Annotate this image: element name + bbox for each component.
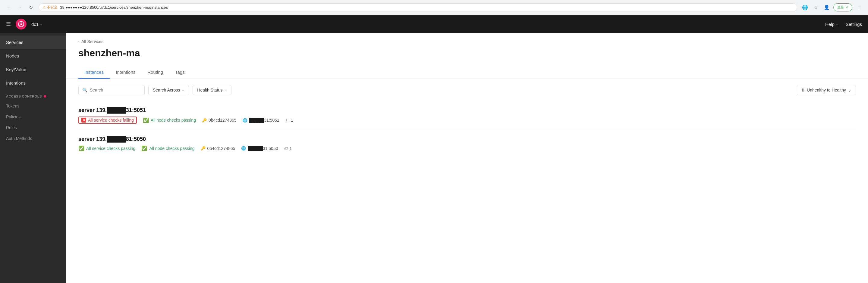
sidebar-item-nodes[interactable]: Nodes [0, 49, 66, 63]
content: ‹ All Services shenzhen-ma Instances Int… [66, 33, 868, 283]
top-nav: ☰ dc1 ⌄ Help ⌄ Settings [0, 15, 868, 33]
menu-button[interactable]: ⋮ [855, 3, 863, 12]
globe-icon-2: 🌐 [241, 146, 246, 150]
sidebar-item-policies[interactable]: Policies [0, 111, 66, 122]
tab-intentions[interactable]: Intentions [110, 66, 141, 79]
pass-icon-1: ✅ [143, 117, 149, 123]
sidebar-item-keyvalue[interactable]: Key/Value [0, 63, 66, 76]
sidebar-item-roles[interactable]: Roles [0, 122, 66, 133]
search-across-chevron: ⌄ [182, 88, 184, 92]
instance-checks-1: ✕ All service checks failing ✅ All node … [79, 116, 856, 124]
hash-value-2: 0b4cd1274865 [207, 146, 236, 151]
page-title: shenzhen-ma [66, 47, 868, 66]
instance-name-1[interactable]: server 139.█████31:5051 [79, 107, 856, 113]
service-check-badge-1: ✕ All service checks failing [79, 116, 137, 124]
hash-item-2: 🔑 0b4cd1274865 [201, 146, 236, 151]
help-link[interactable]: Help ⌄ [825, 22, 838, 27]
translate-button[interactable]: 🌐 [801, 3, 809, 12]
hash-icon-2: 🔑 [201, 146, 206, 150]
node-check-badge-2: ✅ All node checks passing [141, 145, 194, 151]
instance-card-1: server 139.█████31:5051 ✕ All service ch… [79, 101, 856, 130]
tag-count-1: 1 [291, 118, 293, 122]
svg-point-2 [21, 22, 22, 23]
sidebar-label-nodes: Nodes [6, 53, 19, 59]
refresh-button[interactable]: ↻ [27, 3, 35, 12]
sidebar-label-keyvalue: Key/Value [6, 67, 26, 72]
addr-suffix-1: 31:5051 [264, 118, 279, 122]
hash-item-1: 🔑 0b4cd1274865 [202, 118, 237, 122]
node-check-label-2: All node checks passing [149, 146, 194, 151]
tab-instances[interactable]: Instances [79, 66, 110, 79]
sidebar-label-intentions: Intentions [6, 80, 26, 85]
address-item-2: 🌐 █████31:5050 [241, 146, 278, 151]
service-check-label-2: All service checks passing [86, 146, 135, 151]
sidebar-item-authmethods[interactable]: Auth Methods [0, 133, 66, 144]
tab-routing[interactable]: Routing [141, 66, 169, 79]
datacenter-chevron: ⌄ [40, 22, 43, 26]
browser-actions: 🌐 ☆ 👤 更新 ∨ ⋮ [801, 3, 863, 12]
health-status-label: Health Status [197, 87, 222, 93]
tab-instances-label: Instances [84, 70, 104, 75]
sidebar-label-services: Services [6, 40, 24, 45]
hamburger-icon[interactable]: ☰ [6, 21, 11, 27]
bookmark-button[interactable]: ☆ [812, 3, 820, 12]
sidebar-label-policies: Policies [6, 114, 21, 119]
settings-label: Settings [846, 22, 862, 27]
instance-name-2[interactable]: server 139.█████81:5050 [79, 136, 856, 142]
instance-name-suffix-2: 81:5050 [126, 136, 146, 142]
tab-intentions-label: Intentions [116, 70, 135, 75]
url-text: 39.●●●●●●●126:8500/ui/dc1/services/shenz… [60, 5, 168, 10]
globe-icon-1: 🌐 [243, 118, 247, 122]
tag-item-2: 🏷 1 [284, 146, 292, 151]
back-button[interactable]: ← [5, 3, 13, 12]
update-button[interactable]: 更新 ∨ [833, 3, 852, 11]
tab-tags[interactable]: Tags [169, 66, 191, 79]
instances-list: server 139.█████31:5051 ✕ All service ch… [66, 101, 868, 169]
sidebar-item-tokens[interactable]: Tokens [0, 101, 66, 111]
search-across-button[interactable]: Search Across ⌄ [148, 85, 189, 95]
node-check-badge-1: ✅ All node checks passing [143, 117, 196, 123]
address-1: █████31:5051 [249, 118, 279, 122]
addr-redacted-2: █████ [248, 146, 263, 151]
pass-icon-2a: ✅ [79, 145, 84, 151]
instance-name-redacted-2: █████ [107, 136, 126, 142]
datacenter-selector[interactable]: dc1 ⌄ [31, 22, 43, 27]
instance-name-prefix-1: server 139. [79, 107, 107, 113]
forward-button[interactable]: → [16, 3, 24, 12]
app: ☰ dc1 ⌄ Help ⌄ Settings [0, 15, 868, 283]
settings-link[interactable]: Settings [846, 22, 862, 27]
breadcrumb[interactable]: ‹ All Services [66, 33, 868, 47]
service-check-label-1: All service checks failing [88, 118, 134, 122]
hash-value-1: 0b4cd1274865 [209, 118, 237, 122]
tag-count-2: 1 [289, 146, 292, 151]
tabs: Instances Intentions Routing Tags [66, 66, 868, 79]
pass-icon-2b: ✅ [141, 145, 147, 151]
search-icon: 🔍 [82, 87, 87, 93]
address-2: █████31:5050 [248, 146, 278, 151]
sidebar-label-tokens: Tokens [6, 104, 19, 108]
instance-card-2: server 139.█████81:5050 ✅ All service ch… [79, 130, 856, 157]
sidebar-label-roles: Roles [6, 125, 17, 130]
sort-label: Unhealthy to Healthy [807, 87, 846, 93]
security-warning: ⚠ 不安全 [42, 5, 58, 10]
logo [16, 19, 27, 30]
profile-button[interactable]: 👤 [823, 3, 831, 12]
filters: 🔍 Search Across ⌄ Health Status ⌄ ⇅ Unhe… [66, 79, 868, 101]
health-status-button[interactable]: Health Status ⌄ [193, 85, 231, 95]
search-input[interactable] [90, 87, 141, 93]
sidebar-item-services[interactable]: Services [0, 36, 66, 49]
address-bar[interactable]: ⚠ 不安全 39.●●●●●●●126:8500/ui/dc1/services… [38, 3, 797, 11]
addr-redacted-1: █████ [249, 118, 264, 122]
svg-point-4 [19, 25, 20, 26]
logo-icon [16, 19, 27, 30]
help-chevron: ⌄ [836, 22, 838, 26]
sidebar-item-intentions[interactable]: Intentions [0, 76, 66, 90]
tag-item-1: 🏷 1 [285, 118, 293, 122]
sidebar-label-authmethods: Auth Methods [6, 136, 32, 141]
breadcrumb-label: All Services [82, 39, 103, 44]
sort-button[interactable]: ⇅ Unhealthy to Healthy ⌄ [797, 85, 856, 95]
access-controls-header: ACCESS CONTROLS [0, 90, 66, 101]
browser-chrome: ← → ↻ ⚠ 不安全 39.●●●●●●●126:8500/ui/dc1/se… [0, 0, 868, 15]
node-check-label-1: All node checks passing [151, 118, 196, 122]
tag-icon-1: 🏷 [285, 118, 290, 122]
